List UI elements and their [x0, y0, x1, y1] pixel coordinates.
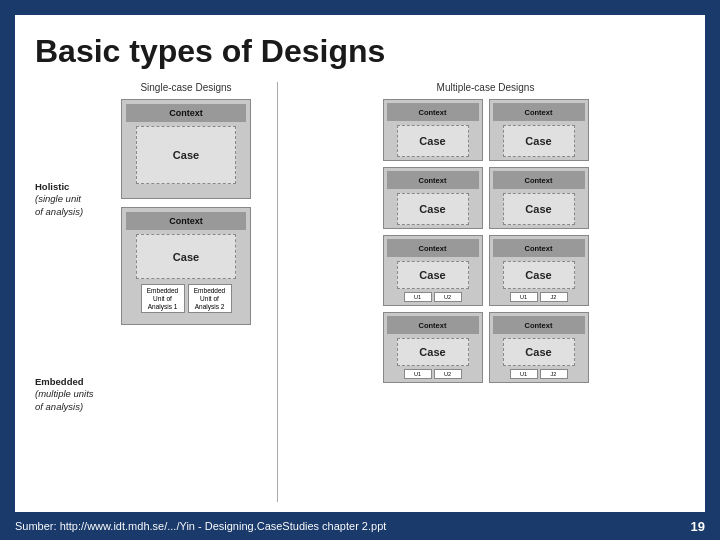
ctx-m2: Context: [493, 103, 585, 121]
case-m2: Case: [503, 125, 575, 157]
multi-embedded-box-4: Context Case U1 J2: [489, 312, 589, 383]
multi-holistic-box-3: Context Case: [383, 167, 483, 229]
multi-embedded-box-2: Context Case U1 J2: [489, 235, 589, 306]
multi-embedded-box-1: Context Case U1 U2: [383, 235, 483, 306]
case-box-2: Case: [136, 234, 236, 279]
diagram-area: Holistic(single unitof analysis) Embedde…: [35, 82, 685, 502]
unit-1: Embedded Unit of Analysis 1: [141, 284, 185, 313]
mini-units-1: U1 U2: [404, 292, 462, 302]
context-bar-1: Context: [126, 104, 246, 122]
mini-u1b: U1: [510, 292, 538, 302]
ctx-me3: Context: [387, 316, 479, 334]
context-bar-2: Context: [126, 212, 246, 230]
mini-j2d: J2: [540, 369, 568, 379]
mini-units-4: U1 J2: [510, 369, 568, 379]
multi-holistic-box-1: Context Case: [383, 99, 483, 161]
multi-holistic-box-4: Context Case: [489, 167, 589, 229]
multi-embedded-box-3: Context Case U1 U2: [383, 312, 483, 383]
ctx-me4: Context: [493, 316, 585, 334]
ctx-m3: Context: [387, 171, 479, 189]
holistic-label: Holistic(single unitof analysis): [35, 181, 103, 218]
multi-holistic-row-1: Context Case Context Case: [383, 99, 589, 161]
diagram-content: Single-case Designs Context Case Context…: [103, 82, 685, 502]
ctx-me2: Context: [493, 239, 585, 257]
ctx-m1: Context: [387, 103, 479, 121]
embedded-single-case-box: Context Case Embedded Unit of Analysis 1…: [121, 207, 251, 325]
case-me2: Case: [503, 261, 575, 289]
single-case-title: Single-case Designs: [140, 82, 231, 93]
multi-embedded-row-1: Context Case U1 U2 Context Case U1 J2: [383, 235, 589, 306]
footer-bar: Sumber: http://www.idt.mdh.se/.../Yin - …: [0, 512, 720, 540]
slide: Basic types of Designs Holistic(single u…: [15, 15, 705, 525]
case-m4: Case: [503, 193, 575, 225]
unit-2: Embedded Unit of Analysis 2: [188, 284, 232, 313]
single-case-designs: Context Case Context Case Embedded Unit …: [103, 99, 269, 325]
case-m1: Case: [397, 125, 469, 157]
mini-u1c: U1: [404, 369, 432, 379]
multi-holistic-row-2: Context Case Context Case: [383, 167, 589, 229]
case-me3: Case: [397, 338, 469, 366]
mini-units-2: U1 J2: [510, 292, 568, 302]
mini-u1: U1: [404, 292, 432, 302]
ctx-me1: Context: [387, 239, 479, 257]
mini-u2c: U2: [434, 369, 462, 379]
embedded-units: Embedded Unit of Analysis 1 Embedded Uni…: [141, 284, 232, 313]
embedded-label: Embedded(multiple unitsof analysis): [35, 376, 103, 413]
footer-source-text: Sumber: http://www.idt.mdh.se/.../Yin - …: [15, 520, 386, 532]
multi-embedded-row-2: Context Case U1 U2 Context Case U1 J2: [383, 312, 589, 383]
slide-title: Basic types of Designs: [35, 33, 685, 70]
holistic-single-case-box: Context Case: [121, 99, 251, 199]
mini-j2b: J2: [540, 292, 568, 302]
mini-u2: U2: [434, 292, 462, 302]
case-me4: Case: [503, 338, 575, 366]
case-me1: Case: [397, 261, 469, 289]
mini-u1d: U1: [510, 369, 538, 379]
multiple-case-column: Multiple-case Designs Context Case Conte…: [278, 82, 685, 502]
left-labels: Holistic(single unitof analysis) Embedde…: [35, 82, 103, 502]
multi-holistic-box-2: Context Case: [489, 99, 589, 161]
case-m3: Case: [397, 193, 469, 225]
single-case-column: Single-case Designs Context Case Context…: [103, 82, 278, 502]
mini-units-3: U1 U2: [404, 369, 462, 379]
ctx-m4: Context: [493, 171, 585, 189]
case-box-1: Case: [136, 126, 236, 184]
multiple-case-title: Multiple-case Designs: [437, 82, 535, 93]
page-number: 19: [691, 519, 705, 534]
